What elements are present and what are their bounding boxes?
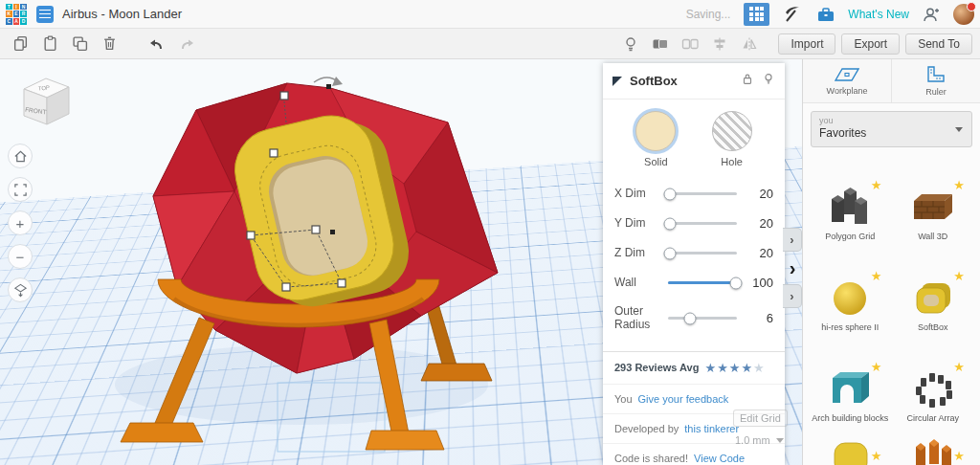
tinkercad-logo[interactable]: TIN KER CAD	[6, 4, 27, 25]
collapse-panel-icon[interactable]	[612, 77, 622, 86]
workplane-icon	[835, 66, 859, 83]
fit-view-button[interactable]	[8, 177, 33, 202]
hide-lightbulb-icon[interactable]	[762, 72, 775, 90]
shape-item-polygon-grid[interactable]: ★ Polygon Grid	[809, 157, 892, 248]
view-cube[interactable]: TOP FRONT	[15, 73, 77, 132]
zoom-out-button[interactable]: −	[8, 244, 33, 269]
user-avatar[interactable]	[953, 4, 974, 25]
this-tinkerer-link[interactable]: this tinkerer	[684, 423, 739, 434]
zoom-in-button[interactable]: +	[8, 210, 33, 235]
slider-track[interactable]	[668, 222, 737, 225]
solid-option[interactable]: Solid	[625, 111, 686, 167]
delete-button[interactable]	[97, 32, 122, 56]
shape-item-wall-3d[interactable]: ★ Wall 3D	[892, 157, 975, 248]
reviews-summary: 293 Reviews Avg ★★★★★	[603, 352, 785, 384]
slider-track[interactable]	[668, 192, 737, 195]
document-title[interactable]: Airbus - Moon Lander	[62, 7, 182, 21]
slider-wall: Wall 100	[603, 268, 785, 298]
slider-track[interactable]	[668, 252, 737, 255]
edit-grid-button[interactable]: Edit Grid	[733, 410, 788, 427]
shape-item-partial-right[interactable]: ★	[892, 430, 975, 465]
shape-item-arch-building-blocks[interactable]: ★ Arch building blocks	[809, 339, 892, 430]
collapse-chevron[interactable]: ›	[783, 255, 802, 281]
reviews-section: 293 Reviews Avg ★★★★★ You Give your feed…	[603, 351, 785, 465]
main-area: TOP FRONT + −	[0, 59, 980, 465]
view-code-link[interactable]: View Code	[694, 453, 745, 464]
slider-handle[interactable]	[664, 188, 677, 200]
shape-generator-lightbulb-icon[interactable]	[618, 32, 643, 56]
slider-handle[interactable]	[664, 217, 677, 230]
softbox-icon	[908, 277, 958, 324]
import-button[interactable]: Import	[778, 33, 835, 55]
polygon-grid-icon	[825, 186, 875, 233]
hole-swatch	[712, 111, 752, 151]
saving-status: Saving...	[686, 8, 731, 21]
ruler-tool[interactable]: Ruler	[891, 59, 980, 102]
favorite-star-icon[interactable]: ★	[953, 449, 965, 463]
slider-z-dim: Z Dim 20	[603, 238, 785, 268]
snap-grid-dropdown[interactable]: 1.0 mm	[733, 434, 802, 446]
view-cube-top-label: TOP	[38, 85, 51, 92]
slider-handle[interactable]	[729, 277, 742, 289]
favorite-star-icon[interactable]: ★	[871, 360, 882, 374]
hole-option[interactable]: Hole	[702, 111, 763, 167]
collapse-chevron[interactable]: ›	[783, 284, 802, 308]
export-button[interactable]: Export	[841, 33, 900, 55]
copy-button[interactable]	[8, 32, 33, 56]
inspector-title: SoftBox	[630, 74, 733, 88]
duplicate-button[interactable]	[67, 32, 92, 56]
grid-controls: Edit Grid 1.0 mm	[733, 410, 802, 446]
view-nav-column: + −	[8, 144, 33, 302]
shape-item-softbox[interactable]: ★ SoftBox	[892, 248, 975, 339]
favorite-star-icon[interactable]: ★	[953, 178, 965, 192]
collapse-chevron[interactable]: ›	[783, 228, 802, 252]
group-button[interactable]	[648, 32, 673, 56]
slider-handle[interactable]	[684, 312, 697, 324]
slider-y-dim: Y Dim 20	[603, 209, 785, 238]
slider-track[interactable]	[668, 281, 737, 284]
header: TIN KER CAD Airbus - Moon Lander Saving.…	[0, 0, 980, 29]
home-view-button[interactable]	[8, 144, 33, 168]
feedback-row: You Give your feedback	[603, 384, 785, 413]
favorite-star-icon[interactable]: ★	[953, 360, 965, 374]
grid-icon	[749, 7, 764, 21]
paste-button[interactable]	[37, 32, 62, 56]
workplane-tool[interactable]: Workplane	[803, 59, 891, 102]
yellow-box-icon	[825, 437, 875, 465]
shape-item-partial-left[interactable]: ★	[809, 430, 892, 465]
favorite-star-icon[interactable]: ★	[871, 178, 882, 192]
slider-handle[interactable]	[664, 247, 677, 259]
drop-to-workplane-button[interactable]	[8, 277, 33, 302]
shape-item-circular-array[interactable]: ★ Circular Array	[892, 339, 975, 430]
align-button[interactable]	[707, 32, 732, 56]
rating-stars[interactable]: ★★★★★	[704, 361, 765, 375]
moon-lander-model[interactable]	[86, 67, 536, 465]
favorite-star-icon[interactable]: ★	[871, 269, 882, 283]
ungroup-button[interactable]	[678, 32, 702, 56]
lock-icon[interactable]	[741, 72, 754, 90]
mirror-button[interactable]	[737, 32, 762, 56]
document-properties-icon[interactable]	[36, 6, 54, 23]
chevron-down-icon	[776, 438, 784, 443]
redo-button[interactable]	[174, 32, 199, 56]
invite-person-icon[interactable]	[919, 2, 944, 27]
circular-array-icon	[908, 367, 958, 415]
favorite-star-icon[interactable]: ★	[871, 449, 882, 463]
slider-x-dim: X Dim 20	[603, 179, 785, 209]
minecraft-pickaxe-icon[interactable]	[779, 2, 804, 27]
give-feedback-link[interactable]: Give your feedback	[638, 393, 729, 405]
send-to-button[interactable]: Send To	[905, 33, 972, 55]
orange-array-icon	[908, 437, 958, 465]
undo-button[interactable]	[145, 32, 169, 56]
whats-new-link[interactable]: What's New	[848, 8, 909, 21]
panel-collapse-tabs: › › ›	[783, 228, 802, 308]
shape-inspector: SoftBox Solid Hole	[603, 63, 785, 465]
shape-item-hi-res-sphere[interactable]: ★ hi-res sphere II	[809, 248, 892, 339]
favorite-star-icon[interactable]: ★	[953, 269, 965, 283]
slider-outer-radius: Outer Radius 6	[603, 298, 785, 340]
toolbox-icon[interactable]	[813, 2, 838, 27]
slider-track[interactable]	[668, 317, 737, 320]
ruler-icon	[925, 65, 947, 84]
shape-category-dropdown[interactable]: you Favorites	[811, 111, 972, 147]
blocks-view-button[interactable]	[744, 3, 769, 26]
